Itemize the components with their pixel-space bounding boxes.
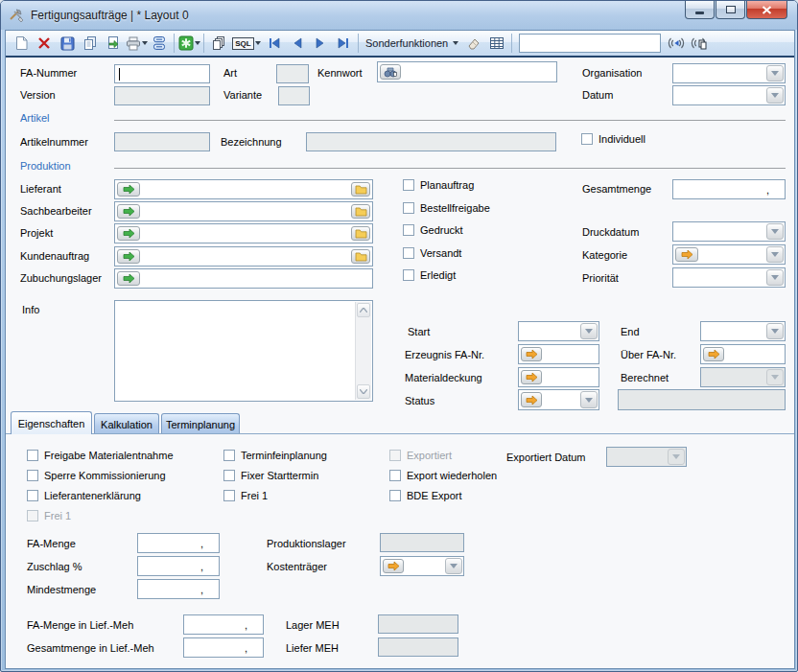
close-button[interactable] (746, 1, 787, 19)
sonderfunktionen-menu[interactable]: Sonderfunktionen (362, 33, 462, 54)
ueber-fa-nr-input[interactable] (700, 344, 786, 364)
frei1-checkbox[interactable]: Frei 1 (223, 490, 268, 501)
mindestmenge-input[interactable]: , (137, 579, 220, 599)
start-combo[interactable] (518, 321, 599, 341)
checkbox-box[interactable] (223, 490, 235, 501)
checkbox-box[interactable] (223, 470, 235, 481)
save-button[interactable] (56, 33, 79, 54)
bezeichnung-input[interactable] (306, 132, 556, 151)
kostentraeger-go-button[interactable] (383, 559, 404, 573)
nav-next-button[interactable] (309, 33, 332, 54)
erledigt-checkbox[interactable]: Erledigt (403, 269, 456, 281)
projekt-input[interactable] (114, 223, 373, 243)
projekt-folder-button[interactable] (351, 226, 370, 241)
special-green-button[interactable] (177, 33, 200, 54)
fa-menge-lief-input[interactable]: , (183, 614, 264, 635)
prioritaet-combo[interactable] (672, 267, 786, 288)
end-combo[interactable] (700, 321, 786, 341)
tab-kalkulation[interactable]: Kalkulation (94, 413, 159, 434)
erzeugnis-go-button[interactable] (521, 347, 542, 361)
lieferant-input[interactable] (114, 179, 373, 199)
materialdeckung-go-button[interactable] (521, 370, 542, 384)
checkbox-box[interactable] (389, 470, 401, 481)
grid-view-button[interactable] (485, 33, 508, 54)
checkbox-box[interactable] (403, 224, 414, 236)
kennwort-search-button[interactable] (380, 64, 401, 80)
checkbox-box[interactable] (223, 450, 235, 461)
artikelnummer-input[interactable] (114, 132, 210, 151)
sachbearbeiter-go-button[interactable] (117, 204, 140, 219)
kategorie-dropdown-button[interactable] (766, 246, 784, 263)
delete-record-button[interactable] (33, 33, 56, 54)
druckdatum-combo[interactable] (672, 221, 786, 242)
freigabe-materialentnahme-checkbox[interactable]: Freigabe Materialentnahme (27, 450, 174, 461)
organisation-dropdown-button[interactable] (766, 65, 784, 81)
fa-nummer-input[interactable] (114, 64, 210, 83)
bde-export-checkbox[interactable]: BDE Export (389, 490, 461, 501)
copies-button[interactable] (207, 33, 230, 54)
nav-prev-button[interactable] (286, 33, 309, 54)
lieferantenerklaerung-checkbox[interactable]: Lieferantenerklärung (27, 490, 141, 501)
info-textarea[interactable] (114, 300, 373, 402)
broadcast-pages-button[interactable] (688, 33, 711, 54)
checkbox-box[interactable] (27, 470, 38, 481)
prioritaet-dropdown-button[interactable] (766, 269, 784, 286)
individuell-checkbox[interactable]: Individuell (581, 133, 645, 145)
minimize-button[interactable] (685, 1, 715, 19)
versandt-checkbox[interactable]: Versandt (403, 247, 461, 259)
terminfeinplanung-checkbox[interactable]: Terminfeinplanung (223, 450, 327, 461)
info-scrollbar[interactable] (355, 302, 371, 400)
clear-button[interactable] (462, 33, 485, 54)
nav-last-button[interactable] (332, 33, 355, 54)
checkbox-box[interactable] (403, 202, 414, 214)
tab-terminplanung[interactable]: Terminplanung (161, 413, 240, 434)
sql-dropdown-caret[interactable] (255, 41, 261, 45)
sachbearbeiter-folder-button[interactable] (351, 204, 370, 219)
status-combo[interactable] (518, 389, 599, 410)
kostentraeger-dropdown-button[interactable] (445, 558, 462, 574)
ueber-go-button[interactable] (703, 347, 724, 361)
sachbearbeiter-input[interactable] (114, 201, 373, 221)
checkbox-box[interactable] (403, 179, 414, 191)
art-input[interactable] (276, 64, 309, 83)
organisation-combo[interactable] (672, 63, 786, 83)
end-dropdown-button[interactable] (766, 323, 784, 339)
datum-combo[interactable] (672, 85, 786, 105)
projekt-go-button[interactable] (117, 226, 140, 241)
copy-button[interactable] (79, 33, 102, 54)
planauftrag-checkbox[interactable]: Planauftrag (403, 179, 474, 191)
kategorie-combo[interactable] (672, 244, 786, 265)
import-button[interactable] (102, 33, 125, 54)
layout-button[interactable] (148, 33, 171, 54)
scroll-up-button[interactable] (357, 303, 370, 317)
nav-first-button[interactable] (263, 33, 286, 54)
lieferant-go-button[interactable] (117, 182, 140, 197)
gedruckt-checkbox[interactable]: Gedruckt (403, 224, 463, 236)
status-go-button[interactable] (521, 392, 542, 407)
kategorie-go-button[interactable] (675, 247, 698, 262)
zuschlag-input[interactable]: , (137, 556, 220, 576)
checkbox-box[interactable] (389, 490, 401, 501)
gesamtmenge-lief-input[interactable]: , (183, 637, 264, 658)
sql-button[interactable]: SQL (230, 33, 263, 54)
status-dropdown-button[interactable] (580, 391, 598, 408)
fixer-starttermin-checkbox[interactable]: Fixer Starttermin (223, 470, 318, 481)
kundenauftrag-go-button[interactable] (117, 249, 140, 264)
gesamtmenge-input[interactable]: , (672, 179, 786, 199)
druckdatum-dropdown-button[interactable] (766, 223, 784, 240)
broadcast-send-button[interactable] (665, 33, 688, 54)
restore-button[interactable] (716, 1, 745, 19)
fa-menge-input[interactable]: , (137, 533, 220, 553)
start-dropdown-button[interactable] (580, 323, 598, 339)
export-wiederholen-checkbox[interactable]: Export wiederholen (389, 470, 497, 481)
green-dropdown-caret[interactable] (195, 41, 200, 45)
kundenauftrag-folder-button[interactable] (351, 249, 370, 264)
tab-eigenschaften[interactable]: Eigenschaften (11, 411, 92, 434)
checkbox-box[interactable] (581, 133, 593, 145)
print-dropdown-caret[interactable] (142, 41, 148, 45)
checkbox-box[interactable] (27, 450, 38, 461)
print-button[interactable] (125, 33, 148, 54)
checkbox-box[interactable] (403, 247, 414, 259)
scroll-down-button[interactable] (357, 384, 370, 399)
zubuchungslager-go-button[interactable] (117, 271, 140, 286)
